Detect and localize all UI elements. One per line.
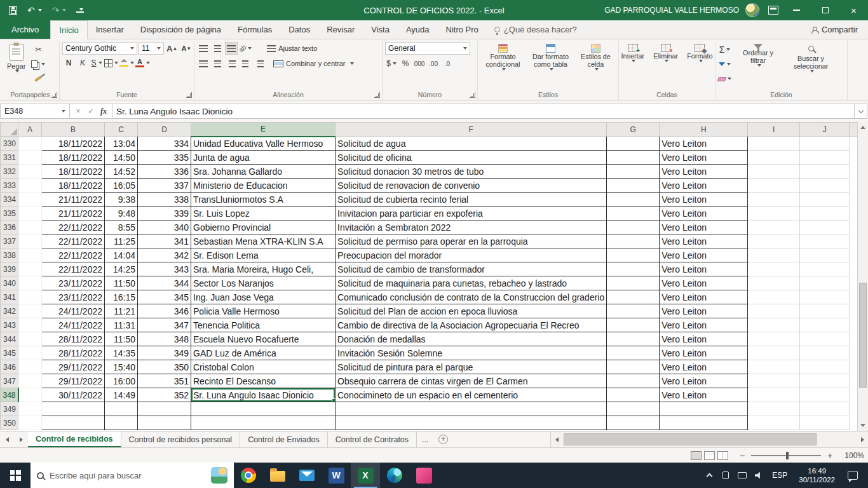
cell-B347[interactable]: 29/11/2022 [42, 374, 105, 388]
cell-J343[interactable] [800, 318, 850, 332]
cell-G348[interactable] [607, 388, 660, 402]
cell-B340[interactable]: 23/11/2022 [42, 276, 105, 290]
cell-H338[interactable]: Vero Leiton [660, 248, 748, 262]
font-color-button[interactable]: A [135, 57, 150, 69]
cell-I330[interactable] [748, 137, 800, 151]
customize-qat-button[interactable] [76, 8, 84, 13]
insert-function-button[interactable]: fx [98, 107, 109, 116]
cell-D331[interactable]: 335 [138, 151, 191, 165]
align-bottom-button[interactable] [225, 42, 238, 55]
redo-button[interactable]: ↷ [52, 5, 67, 15]
cell-D339[interactable]: 343 [138, 262, 191, 276]
increase-indent-button[interactable] [253, 57, 266, 70]
cell-G344[interactable] [607, 332, 660, 346]
confirm-entry-icon[interactable]: ✓ [85, 107, 97, 116]
cell-C348[interactable]: 14:49 [105, 388, 138, 402]
cell-C341[interactable]: 16:15 [105, 290, 138, 304]
row-header-333[interactable]: 333 [1, 179, 18, 193]
cell-I348[interactable] [748, 388, 800, 402]
cell-I337[interactable] [748, 234, 800, 248]
cell-B339[interactable]: 22/11/2022 [42, 262, 105, 276]
cell-J346[interactable] [800, 360, 850, 374]
cancel-entry-icon[interactable]: × [72, 107, 84, 116]
row-header-343[interactable]: 343 [1, 318, 18, 332]
currency-button[interactable]: $ [385, 57, 398, 70]
cell-J335[interactable] [800, 207, 850, 220]
taskbar-app-button[interactable] [409, 463, 438, 488]
cell-E336[interactable]: Gobierno Provincial [191, 220, 336, 234]
cell-H347[interactable]: Vero Leiton [660, 374, 748, 388]
comma-style-button[interactable]: 000 [413, 57, 426, 70]
cell-G346[interactable] [607, 360, 660, 374]
cell-E349[interactable] [191, 402, 336, 416]
underline-button[interactable]: S [90, 57, 103, 69]
row-header-338[interactable]: 338 [1, 248, 18, 262]
tab-archivo[interactable]: Archivo [0, 20, 50, 39]
format-cells-button[interactable]: ◆ Formato [684, 42, 715, 64]
cell-H334[interactable]: Vero Leiton [660, 193, 748, 207]
restore-button[interactable] [811, 0, 839, 20]
cell-C330[interactable]: 13:04 [105, 137, 138, 151]
autosum-button[interactable]: Σ [718, 43, 731, 56]
page-break-view-button[interactable] [717, 451, 728, 460]
cell-D337[interactable]: 341 [138, 234, 191, 248]
column-header-I[interactable]: I [748, 123, 800, 137]
cell-H345[interactable]: Vero Leiton [660, 346, 748, 360]
cell-F341[interactable]: Comunicado conclusión de contrato de la … [336, 290, 607, 304]
clear-button[interactable] [718, 72, 731, 85]
cell-F339[interactable]: Solicitud de cambio de transformador [336, 262, 607, 276]
row-header-334[interactable]: 334 [1, 193, 18, 207]
cell-I331[interactable] [748, 151, 800, 165]
cell-C346[interactable]: 15:40 [105, 360, 138, 374]
cell-A344[interactable] [18, 332, 42, 346]
decrease-decimal-button[interactable]: .0 [441, 57, 454, 70]
row-header-345[interactable]: 345 [1, 346, 18, 360]
column-header-F[interactable]: F [336, 123, 607, 137]
horizontal-scrollbar[interactable] [550, 431, 868, 447]
cell-A333[interactable] [18, 179, 42, 193]
find-select-button[interactable]: Buscar y seleccionar [785, 42, 837, 74]
cell-E332[interactable]: Sra. Johanna Gallardo [191, 165, 336, 179]
cell-G340[interactable] [607, 276, 660, 290]
cell-B344[interactable]: 28/11/2022 [42, 332, 105, 346]
cell-A339[interactable] [18, 262, 42, 276]
cell-A346[interactable] [18, 360, 42, 374]
close-button[interactable]: × [839, 0, 868, 20]
font-name-combo[interactable]: Century Gothic [62, 42, 137, 55]
cell-G337[interactable] [607, 234, 660, 248]
cell-J341[interactable] [800, 290, 850, 304]
cell-E342[interactable]: Policia Valle Hermoso [191, 304, 336, 318]
cell-H342[interactable]: Vero Leiton [660, 304, 748, 318]
cut-button[interactable]: ✂ [31, 43, 45, 56]
cell-E335[interactable]: Sr. Luis Lopez [191, 207, 336, 220]
account-name[interactable]: GAD PARROQUIAL VALLE HERMOSO [604, 6, 739, 15]
cell-D332[interactable]: 336 [138, 165, 191, 179]
taskbar-chrome-button[interactable] [234, 463, 263, 488]
account-avatar[interactable] [745, 3, 759, 17]
zoom-in-button[interactable]: + [826, 451, 834, 461]
cell-F333[interactable]: Solicitud de renovacion de convenio [336, 179, 607, 193]
cell-D346[interactable]: 350 [138, 360, 191, 374]
formula-input[interactable]: Sr. Luna Angulo Isaac Dionicio [112, 104, 855, 119]
cell-A342[interactable] [18, 304, 42, 318]
display-icon[interactable] [734, 463, 750, 488]
cell-A337[interactable] [18, 234, 42, 248]
cell-C335[interactable]: 9:48 [105, 207, 138, 220]
cell-E338[interactable]: Sr. Edison Lema [191, 248, 336, 262]
cell-E339[interactable]: Sra. Maria Moreira, Hugo Celi, [191, 262, 336, 276]
cell-G331[interactable] [607, 151, 660, 165]
name-box[interactable]: E348 [0, 104, 70, 119]
row-header-339[interactable]: 339 [1, 262, 18, 276]
row-header-336[interactable]: 336 [1, 220, 18, 234]
cell-H330[interactable]: Vero Leiton [660, 137, 748, 151]
hscroll-track[interactable] [562, 431, 857, 447]
number-dialog-launcher[interactable] [470, 92, 475, 98]
format-as-table-button[interactable]: Dar formato como tabla [528, 42, 573, 72]
tab-insertar[interactable]: Insertar [88, 20, 132, 39]
cell-J348[interactable] [800, 388, 850, 402]
cell-I336[interactable] [748, 220, 800, 234]
copy-button[interactable] [31, 58, 45, 71]
cell-A345[interactable] [18, 346, 42, 360]
font-size-combo[interactable]: 11 [139, 42, 164, 55]
tab-datos[interactable]: Datos [280, 20, 318, 39]
